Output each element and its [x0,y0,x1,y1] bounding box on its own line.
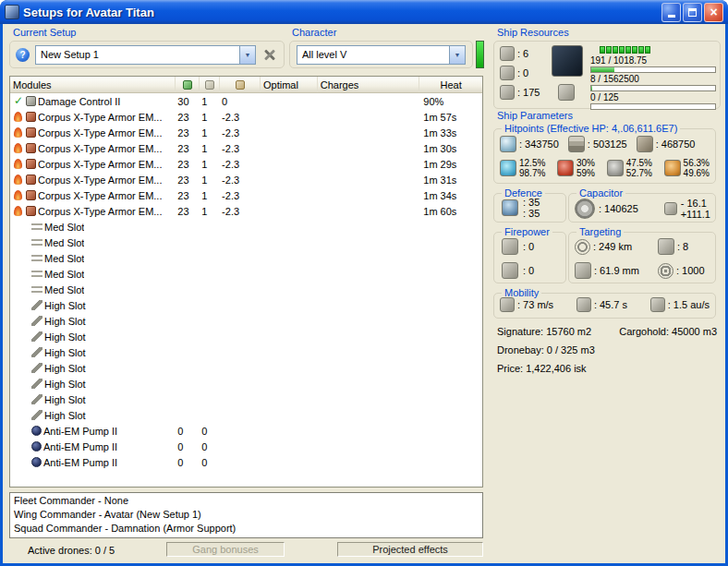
table-row[interactable]: High Slot [10,297,482,313]
check-icon: ✓ [13,95,24,107]
kinetic-resist-icon [607,160,624,176]
scan-resolution-value: : 61.9 mm [594,265,639,276]
warp-speed: : 1.5 au/s [650,297,710,312]
cell-heat: 1m 60s [419,206,482,217]
help-icon[interactable]: ? [16,48,30,62]
module-name: High Slot [44,331,86,343]
shield-hp-value: : 343750 [519,138,559,150]
armor-icon [568,136,585,152]
table-row[interactable]: Anti-EM Pump II00 [10,439,482,454]
projected-effects-button[interactable]: Projected effects [337,542,483,557]
max-targets: : 8 [658,238,711,255]
med-slot-icon [31,255,42,262]
character-dropdown-button[interactable]: ▼ [449,46,465,64]
high-slot-icon [31,363,42,373]
titlebar[interactable]: Setups for Avatar Titan × [0,0,728,24]
defence-value-1: : 35 [523,197,540,208]
ship-icon [552,45,583,77]
table-row[interactable]: Corpus X-Type Armor EM...231-2.31m 34s [10,187,482,203]
table-row[interactable]: Corpus X-Type Armor EM...231-2.31m 33s [10,125,482,140]
upgrades-value: 0 / 125 [590,92,716,103]
targeting-range-icon [575,239,590,255]
current-setup-label: Current Setup [13,27,76,38]
module-name-cell: Corpus X-Type Armor EM... [10,190,176,201]
scan-resolution: : 61.9 mm [575,262,658,279]
table-row[interactable]: High Slot [10,329,482,344]
thermal-resist: 30%59% [557,158,595,178]
module-name: Corpus X-Type Armor EM... [38,112,162,123]
module-name: Corpus X-Type Armor EM... [38,143,162,154]
cell-heat: 1m 29s [419,159,482,170]
hardener-icon [26,143,36,153]
sensor-strength-value: : 1000 [676,265,705,276]
table-row[interactable]: Corpus X-Type Armor EM...231-2.31m 57s [10,109,482,125]
ship-parameters-label: Ship Parameters [497,110,573,121]
powergrid-value: 8 / 1562500 [590,74,716,85]
table-row[interactable]: Anti-EM Pump II00 [10,423,482,439]
ship-icon-column [552,45,588,102]
explosive-resist-icon [664,160,681,176]
align-time-value: : 45.7 s [594,299,627,310]
character-group: All level V ▼ [289,41,473,68]
table-row[interactable]: Corpus X-Type Armor EM...231-2.31m 31s [10,172,482,187]
table-row[interactable]: Med Slot [10,219,482,235]
fitting-tools-icon [558,84,575,101]
gang-bonuses-button[interactable]: Gang bonuses [166,542,285,557]
cell-heat: 1m 33s [419,127,482,138]
explosive-resist: 56.3%49.6% [664,158,710,178]
max-targets-icon [658,238,674,255]
table-row[interactable]: High Slot [10,391,482,407]
setup-dropdown-value: New Setup 1 [36,49,239,60]
module-name-cell: Corpus X-Type Armor EM... [10,112,176,123]
table-row[interactable]: High Slot [10,407,482,423]
module-name: Med Slot [44,237,84,248]
armor-resist-value: 52.7% [626,168,652,178]
high-slot-icon [31,331,42,342]
character-label: Character [292,27,336,38]
module-name: Anti-EM Pump II [43,441,117,452]
maximize-button[interactable] [683,3,702,22]
cell-c3: -2.3 [220,112,261,123]
table-row[interactable]: Corpus X-Type Armor EM...231-2.31m 60s [10,203,482,219]
turret-hardpoints-value: : 6 [517,48,528,59]
rig-icon [31,457,42,467]
cell-c3: -2.3 [220,127,261,138]
table-row[interactable]: Anti-EM Pump II00 [10,454,482,470]
cell-heat: 1m 57s [419,112,482,123]
character-dropdown[interactable]: All level V ▼ [297,45,466,65]
modules-table: Modules Optimal Charges Heat ✓Damage Con… [9,76,483,488]
table-row[interactable]: Med Slot [10,250,482,266]
shield-resist-value: 47.5% [626,158,652,168]
capacitor-recharge: +111.1 [681,209,710,220]
close-button[interactable]: × [704,3,723,22]
turret-hardpoints: : 6 [500,46,540,61]
setup-dropdown-button[interactable]: ▼ [239,46,255,64]
table-row[interactable]: Corpus X-Type Armor EM...231-2.31m 30s [10,140,482,156]
cpu-value: 191 / 1018.75 [590,55,716,66]
table-row[interactable]: ✓Damage Control II301090% [10,93,482,109]
med-slot-icon [31,286,42,294]
launcher-hardpoint-icon [500,66,515,80]
missile-dps-icon [502,262,518,279]
module-name: Anti-EM Pump II [43,457,117,468]
shield-resist-value: 56.3% [684,158,710,168]
cell-c2: 1 [200,206,220,217]
agility-icon [576,297,591,312]
table-row[interactable]: Corpus X-Type Armor EM...231-2.31m 29s [10,156,482,172]
shield-icon [500,136,516,152]
module-name-cell: Med Slot [10,237,176,248]
maximize-icon [688,8,697,17]
cell-heat: 1m 31s [419,175,482,186]
cell-c3: -2.3 [220,190,261,201]
setup-tools-icon[interactable] [261,46,278,63]
setup-dropdown[interactable]: New Setup 1 ▼ [35,45,256,65]
table-row[interactable]: Med Slot [10,282,482,297]
table-row[interactable]: High Slot [10,313,482,329]
table-row[interactable]: High Slot [10,360,482,376]
minimize-button[interactable] [661,3,681,22]
table-row[interactable]: High Slot [10,376,482,391]
table-row[interactable]: Med Slot [10,266,482,282]
max-velocity: : 73 m/s [500,297,553,312]
table-row[interactable]: High Slot [10,344,482,360]
table-row[interactable]: Med Slot [10,235,482,250]
